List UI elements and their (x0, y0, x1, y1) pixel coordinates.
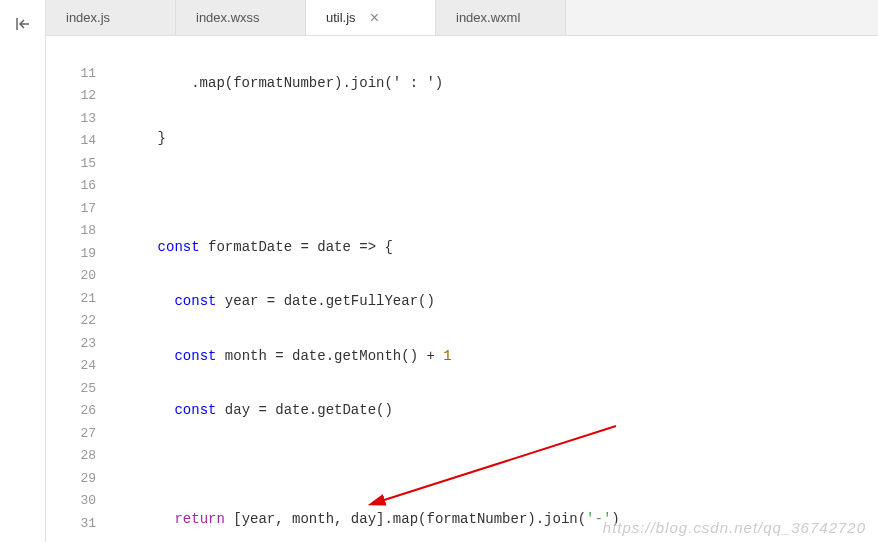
tab-index-wxml[interactable]: index.wxml (436, 0, 566, 35)
code-editor[interactable]: 11 12 13 14 15 16 17 18 19 20 21 22 23 2… (46, 36, 878, 542)
close-icon[interactable]: × (370, 10, 379, 26)
tab-bar: index.js index.wxss util.js× index.wxml (46, 0, 878, 36)
tab-index-wxss[interactable]: index.wxss (176, 0, 306, 35)
tab-label: index.wxss (196, 10, 260, 25)
tab-label: index.js (66, 10, 110, 25)
code-content[interactable]: .map(formatNumber).join(' : ') } const f… (116, 36, 878, 542)
watermark: https://blog.csdn.net/qq_36742720 (603, 519, 866, 536)
activity-bar (0, 0, 46, 542)
tab-util-js[interactable]: util.js× (306, 0, 436, 35)
line-gutter: 11 12 13 14 15 16 17 18 19 20 21 22 23 2… (46, 36, 116, 542)
tab-label: util.js (326, 10, 356, 25)
tab-index-js[interactable]: index.js (46, 0, 176, 35)
collapse-icon[interactable] (7, 8, 39, 40)
tab-label: index.wxml (456, 10, 520, 25)
